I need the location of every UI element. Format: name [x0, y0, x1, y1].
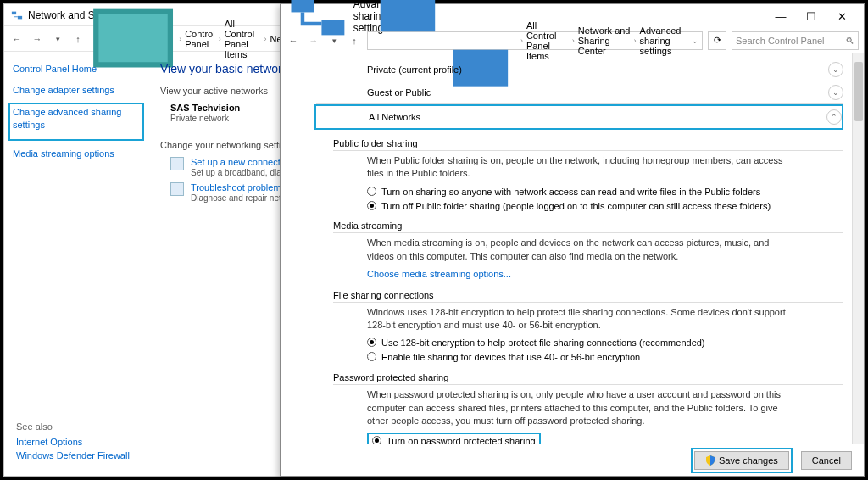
chevron-right-icon: › — [264, 35, 267, 43]
ms-desc: When media streaming is on, people and d… — [367, 237, 791, 263]
chevron-down-icon[interactable]: ⌄ — [828, 62, 843, 77]
crumb-control-panel[interactable]: Control Panel — [185, 29, 214, 49]
search-placeholder: Search Control Panel — [736, 36, 825, 46]
network-type: Private network — [170, 114, 229, 123]
fsc-desc: Windows uses 128-bit encryption to help … — [367, 306, 791, 332]
forward-arrow-icon: → — [306, 33, 321, 48]
pfs-radio-off[interactable]: Turn off Public folder sharing (people l… — [367, 200, 843, 213]
network-name: SAS Techvision — [170, 103, 240, 113]
pps-radio-on-label: Turn on password protected sharing — [387, 435, 536, 444]
chevron-right-icon: › — [634, 36, 637, 45]
see-also-internet-options[interactable]: Internet Options — [16, 437, 130, 447]
navbar-front: ← → ▾ ↑ › All Control Panel Items › Netw… — [281, 28, 864, 53]
group-private[interactable]: Private (current profile) ⌄ — [316, 59, 843, 81]
highlight-pps-on: Turn on password protected sharing — [367, 433, 541, 444]
section-public-folder-sharing: Public folder sharing — [333, 138, 843, 151]
sidebar-back: Control Panel Home Change adapter settin… — [4, 52, 148, 476]
crumb-network-sharing[interactable]: Network and Sharing Center — [578, 25, 631, 56]
ms-options-link[interactable]: Choose media streaming options... — [367, 268, 791, 281]
pps-desc: When password protected sharing is on, o… — [367, 388, 791, 427]
footer-buttons: Save changes Cancel — [281, 444, 864, 476]
address-bar[interactable]: › All Control Panel Items › Network and … — [367, 31, 703, 50]
see-also-firewall[interactable]: Windows Defender Firewall — [16, 450, 130, 460]
see-also-section: See also Internet Options Windows Defend… — [16, 421, 130, 464]
troubleshoot-icon — [170, 182, 184, 196]
highlight-save: Save changes — [691, 448, 793, 473]
section-password-protected-sharing: Password protected sharing — [333, 372, 843, 385]
up-arrow-icon[interactable]: ↑ — [70, 31, 86, 47]
forward-arrow-icon[interactable]: → — [30, 31, 45, 47]
section-media-streaming: Media streaming — [333, 220, 843, 233]
group-guest-label: Guest or Public — [367, 87, 431, 98]
minimize-button[interactable]: — — [765, 6, 796, 26]
scrollbar[interactable] — [852, 53, 864, 444]
fsc-radio-40[interactable]: Enable file sharing for devices that use… — [367, 351, 843, 364]
pfs-radio-on-label: Turn on sharing so anyone with network a… — [381, 186, 760, 198]
front-body: Private (current profile) ⌄ Guest or Pub… — [281, 53, 864, 444]
group-all-label: All Networks — [369, 112, 420, 122]
group-all-networks[interactable]: All Networks ⌃ — [314, 104, 843, 130]
sidebar-link-media-streaming[interactable]: Media streaming options — [13, 148, 140, 159]
control-panel-home-link[interactable]: Control Panel Home — [13, 64, 140, 74]
refresh-button[interactable]: ⟳ — [708, 31, 726, 50]
pfs-radio-off-label: Turn off Public folder sharing (people l… — [381, 200, 771, 213]
titlebar-front: Advanced sharing settings — ☐ ✕ — [281, 4, 864, 28]
pfs-desc: When Public folder sharing is on, people… — [367, 154, 791, 181]
back-arrow-icon[interactable]: ← — [9, 31, 25, 47]
group-guest[interactable]: Guest or Public ⌄ — [316, 81, 843, 104]
network-icon — [11, 9, 23, 21]
chevron-down-icon[interactable]: ⌄ — [828, 85, 843, 100]
cancel-button[interactable]: Cancel — [801, 451, 852, 470]
see-also-label: See also — [16, 421, 130, 432]
back-arrow-icon[interactable]: ← — [286, 33, 301, 48]
sidebar-link-advanced-sharing[interactable]: Change advanced sharing settings — [13, 106, 140, 131]
fsc-radio-128-label: Use 128-bit encryption to help protect f… — [381, 337, 705, 349]
history-caret-icon[interactable]: ▾ — [50, 31, 65, 47]
svg-rect-5 — [381, 0, 435, 31]
highlight-advanced-sharing: Change advanced sharing settings — [8, 103, 144, 141]
pfs-radio-on[interactable]: Turn on sharing so anyone with network a… — [367, 186, 843, 198]
scrollbar-thumb[interactable] — [854, 62, 863, 121]
maximize-button[interactable]: ☐ — [796, 6, 826, 26]
chevron-right-icon: › — [520, 36, 523, 45]
sidebar-link-adapter[interactable]: Change adapter settings — [13, 84, 140, 96]
svg-rect-1 — [18, 15, 22, 19]
crumb-advanced-sharing[interactable]: Advanced sharing settings — [640, 25, 688, 56]
save-changes-button[interactable]: Save changes — [694, 451, 789, 470]
pps-radio-on[interactable]: Turn on password protected sharing — [372, 435, 536, 444]
up-arrow-icon[interactable]: ↑ — [347, 33, 362, 48]
chevron-down-icon[interactable]: ⌄ — [692, 36, 698, 45]
chevron-right-icon: › — [179, 35, 181, 43]
save-label: Save changes — [719, 455, 778, 466]
svg-rect-3 — [291, 0, 314, 13]
search-input[interactable]: Search Control Panel 🔍︎ — [732, 31, 859, 50]
chevron-right-icon: › — [219, 35, 221, 43]
troubleshoot-link[interactable]: Troubleshoot problems — [191, 182, 286, 193]
section-file-sharing-connections: File sharing connections — [333, 290, 843, 303]
shield-icon — [705, 455, 715, 466]
chevron-up-icon[interactable]: ⌃ — [826, 109, 842, 125]
fsc-radio-40-label: Enable file sharing for devices that use… — [381, 351, 640, 364]
close-button[interactable]: ✕ — [826, 6, 857, 26]
search-icon: 🔍︎ — [845, 36, 854, 46]
svg-rect-0 — [12, 11, 16, 14]
advanced-sharing-window: Advanced sharing settings — ☐ ✕ ← → ▾ ↑ … — [280, 3, 865, 477]
chevron-right-icon: › — [572, 36, 575, 45]
setup-connection-icon — [170, 157, 184, 170]
history-caret-icon[interactable]: ▾ — [326, 33, 342, 48]
fsc-radio-128[interactable]: Use 128-bit encryption to help protect f… — [367, 337, 843, 349]
cancel-label: Cancel — [812, 455, 841, 466]
group-private-label: Private (current profile) — [367, 64, 462, 75]
